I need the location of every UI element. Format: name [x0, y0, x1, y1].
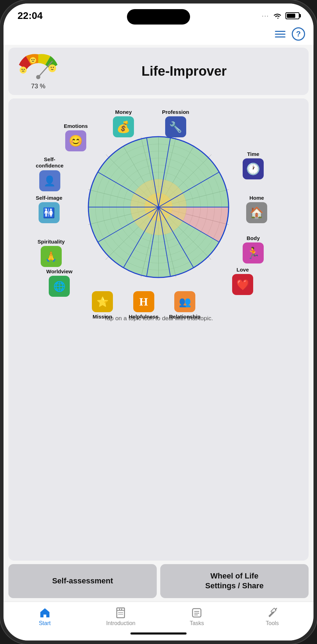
phone-frame: 22:04 ··· ?	[0, 0, 317, 644]
svg-point-6	[24, 69, 25, 70]
top-bar: ?	[4, 25, 313, 45]
svg-point-3	[36, 75, 40, 79]
wifi-icon	[273, 12, 282, 20]
tasks-tab-icon	[191, 607, 203, 619]
topic-home[interactable]: Home 🏠	[246, 195, 267, 223]
tab-tools-label: Tools	[266, 620, 279, 626]
topic-spirituality[interactable]: Spirituality 🙏	[38, 239, 65, 267]
wheel-settings-button[interactable]: Wheel of Life Settings / Share	[160, 564, 309, 598]
phone-inner: 22:04 ··· ?	[4, 4, 313, 640]
wheel-svg-container	[81, 130, 236, 284]
tab-tasks[interactable]: Tasks	[183, 607, 211, 626]
tab-start-label: Start	[39, 620, 51, 626]
home-indicator	[4, 626, 313, 640]
svg-point-5	[22, 69, 23, 70]
svg-point-11	[48, 64, 56, 72]
tab-bar: Start Introduction	[4, 602, 313, 626]
gauge-label: 73 %	[15, 83, 61, 90]
battery-fill	[287, 14, 295, 18]
svg-point-8	[32, 59, 33, 60]
battery-icon	[285, 12, 299, 19]
svg-rect-50	[117, 608, 124, 618]
menu-button[interactable]	[275, 31, 285, 37]
wheel-area: Money 💰 Profession 🔧 Emotions 😊 Time 🕐	[36, 105, 281, 309]
topic-worldview[interactable]: Worldview 🌐	[46, 268, 73, 297]
signal-dots-icon: ···	[262, 13, 269, 19]
topic-relationship[interactable]: 👥 Relationship	[169, 291, 201, 320]
topic-self-image[interactable]: Self-image 🚻	[36, 195, 62, 223]
header-card: 73 % Life-Improver	[8, 48, 309, 95]
home-tab-icon	[39, 607, 51, 619]
status-time: 22:04	[18, 10, 43, 21]
book-tab-icon	[115, 607, 127, 619]
svg-point-4	[20, 67, 27, 74]
topic-profession[interactable]: Profession 🔧	[162, 109, 189, 137]
wheel-chart	[81, 130, 236, 284]
svg-rect-60	[271, 608, 277, 614]
self-assessment-button[interactable]: Self-assessment	[8, 564, 157, 598]
topic-self-confidence[interactable]: Self-confidence 👤	[36, 156, 63, 191]
topic-body[interactable]: Body 🏃	[243, 235, 264, 263]
status-bar: 22:04 ···	[4, 4, 313, 25]
status-icons: ···	[262, 12, 299, 20]
tab-tasks-label: Tasks	[190, 620, 204, 626]
tab-start[interactable]: Start	[31, 607, 59, 626]
dynamic-island	[127, 9, 190, 25]
wheel-settings-line1: Wheel of Life	[210, 571, 258, 580]
tab-introduction[interactable]: Introduction	[106, 607, 136, 626]
menu-line-2	[275, 34, 285, 35]
topic-time[interactable]: Time 🕐	[243, 151, 264, 179]
svg-point-7	[30, 57, 36, 63]
help-button[interactable]: ?	[292, 27, 305, 41]
app-title: Life-Improver	[67, 64, 302, 79]
tools-tab-icon	[266, 607, 278, 619]
menu-line-1	[275, 31, 285, 32]
tab-tools[interactable]: Tools	[258, 607, 286, 626]
topic-mission[interactable]: ⭐ Mission	[92, 291, 113, 320]
gauge-widget: 73 %	[15, 53, 61, 90]
gauge-svg	[15, 53, 61, 81]
topic-money[interactable]: Money 💰	[113, 109, 134, 137]
svg-point-9	[34, 59, 35, 60]
svg-line-61	[275, 608, 277, 610]
svg-point-13	[53, 67, 54, 68]
menu-line-3	[275, 36, 285, 37]
wheel-settings-line2: Settings / Share	[205, 581, 263, 590]
home-bar	[130, 632, 187, 635]
main-area: Money 💰 Profession 🔧 Emotions 😊 Time 🕐	[8, 98, 309, 561]
bottom-buttons: Self-assessment Wheel of Life Settings /…	[8, 564, 309, 598]
svg-point-12	[51, 67, 52, 68]
topic-helpfulness[interactable]: H Helpfulness	[129, 291, 158, 320]
topic-love[interactable]: Love ❤️	[232, 267, 253, 295]
tab-introduction-label: Introduction	[106, 620, 136, 626]
topic-emotions[interactable]: Emotions 😊	[64, 123, 88, 151]
